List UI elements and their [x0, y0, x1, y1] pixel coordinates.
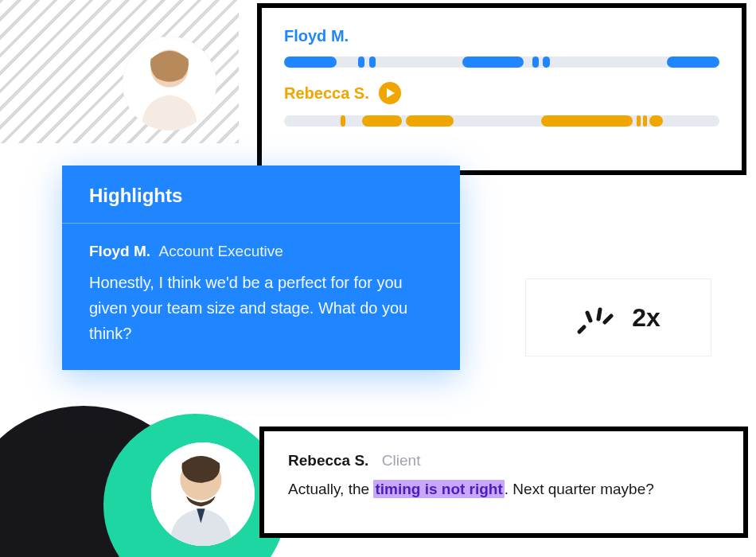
transcript-pre: Actually, the: [288, 481, 373, 497]
click-spark-icon: [576, 300, 614, 335]
speaker-label-2: Rebecca S.: [284, 84, 369, 103]
speaker-label-1: Floyd M.: [284, 27, 719, 45]
highlight-quote: Honestly, I think we'd be a perfect for …: [89, 270, 433, 346]
highlights-body: Floyd M. Account Executive Honestly, I t…: [62, 224, 460, 370]
playback-speed-label: 2x: [632, 303, 661, 333]
waveform-card: Floyd M. Rebecca S.: [257, 3, 746, 175]
wave-segment: [284, 56, 337, 68]
transcript-text: Actually, the timing is not right. Next …: [288, 481, 719, 498]
transcript-speaker-role: Client: [382, 452, 421, 469]
wave-segment: [637, 115, 641, 127]
wave-segment: [462, 56, 524, 68]
waveform-track-2[interactable]: [284, 115, 719, 127]
highlight-speaker-role: Account Executive: [159, 243, 283, 259]
svg-line-4: [598, 310, 600, 319]
avatar-floyd: [123, 37, 216, 130]
play-button[interactable]: [379, 82, 401, 104]
transcript-post: . Next quarter maybe?: [505, 481, 654, 497]
highlights-title: Highlights: [62, 166, 460, 224]
wave-segment: [541, 115, 633, 127]
svg-line-2: [579, 327, 584, 332]
wave-segment: [369, 56, 376, 68]
wave-segment: [406, 115, 454, 127]
play-icon: [386, 88, 396, 98]
wave-segment: [643, 115, 647, 127]
transcript-highlight-phrase[interactable]: timing is not right: [373, 480, 504, 498]
wave-segment: [667, 56, 719, 68]
waveform-track-1[interactable]: [284, 56, 719, 68]
wave-segment: [649, 115, 662, 127]
wave-segment: [341, 115, 345, 127]
svg-line-5: [605, 316, 611, 322]
playback-speed-card[interactable]: 2x: [525, 278, 711, 356]
wave-segment: [543, 56, 549, 68]
wave-segment: [358, 56, 364, 68]
wave-segment: [362, 115, 401, 127]
svg-line-3: [587, 313, 590, 321]
highlights-card: Highlights Floyd M. Account Executive Ho…: [62, 166, 460, 370]
highlight-speaker-name: Floyd M.: [89, 243, 150, 259]
transcript-card: Rebecca S. Client Actually, the timing i…: [259, 427, 748, 538]
transcript-speaker-name: Rebecca S.: [288, 452, 368, 469]
avatar-rebecca: [151, 442, 255, 546]
wave-segment: [532, 56, 539, 68]
speaker-row-2: Rebecca S.: [284, 82, 719, 104]
